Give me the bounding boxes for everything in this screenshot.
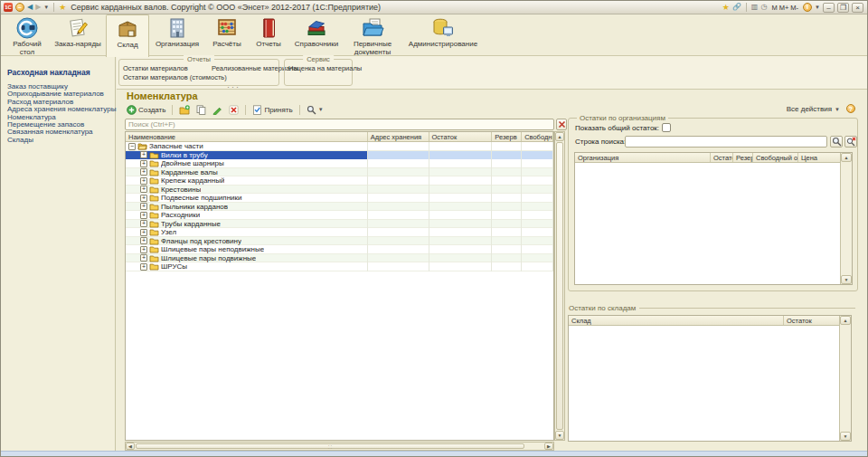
table-row-Запасные части[interactable]: −Запасные части [126, 142, 553, 151]
org-table-scrollbar[interactable]: ▲ ▼ [840, 153, 852, 284]
expand-icon[interactable]: + [140, 212, 147, 219]
org-search-button[interactable] [830, 136, 843, 148]
expand-icon[interactable]: + [140, 168, 147, 176]
expand-icon[interactable]: + [140, 177, 147, 185]
search-input[interactable] [125, 119, 554, 130]
column-header-Остаток[interactable]: Остаток [429, 132, 493, 141]
ribbon-tab-Организация[interactable]: Организация [149, 14, 205, 54]
column-header-Организация[interactable]: Организация [575, 153, 711, 162]
create-group-button[interactable] [177, 105, 192, 115]
expand-icon[interactable]: + [140, 254, 147, 262]
expand-icon[interactable]: + [140, 195, 147, 202]
copy-button[interactable] [194, 105, 208, 115]
vertical-scrollbar[interactable]: ▲ ▼ [554, 131, 565, 441]
history-dropdown-icon[interactable]: ▼ [43, 5, 49, 10]
memory-button-M+[interactable]: M+ [778, 4, 790, 12]
expand-icon[interactable]: + [140, 237, 147, 244]
expand-icon[interactable]: + [140, 203, 147, 210]
expand-icon[interactable]: + [140, 151, 147, 158]
minimize-button[interactable]: – [823, 3, 835, 13]
scroll-down-icon[interactable]: ▼ [555, 431, 564, 440]
column-header-Резерв[interactable]: Резерв [733, 153, 753, 162]
org-clear-search-button[interactable] [844, 136, 857, 148]
all-actions-button[interactable]: Все действия ▼ [787, 105, 840, 113]
chart-icon[interactable]: ▥ [751, 3, 759, 12]
column-header-Наименование[interactable]: Наименование [126, 132, 368, 141]
info-icon[interactable]: i [803, 3, 812, 12]
ribbon-tab-Заказ-наряды[interactable]: Заказ-наряды [50, 14, 106, 54]
delete-button[interactable] [227, 105, 241, 115]
table-row-Двойные шарниры[interactable]: +Двойные шарниры [126, 159, 553, 168]
back-icon[interactable]: ◀ [27, 3, 33, 12]
service-menu-caret-icon[interactable]: ▼ [815, 5, 820, 10]
table-row-Шлицевые пары неподвижные[interactable]: +Шлицевые пары неподвижные [126, 245, 553, 254]
table-row-ШРУСы[interactable]: +ШРУСы [126, 262, 553, 271]
table-row-Трубы карданные[interactable]: +Трубы карданные [126, 220, 553, 229]
forward-icon[interactable]: ▶ [35, 3, 41, 12]
close-button[interactable]: × [852, 3, 863, 13]
column-header-Свободный ос[interactable]: Свободный ос [522, 132, 553, 141]
scrollbar-thumb[interactable] [556, 142, 563, 430]
ribbon-tab-Администрирование[interactable]: Администрирование [401, 14, 486, 54]
scroll-down-icon[interactable]: ▼ [841, 275, 852, 284]
table-row-Узел[interactable]: +Узел [126, 228, 553, 237]
scrollbar-thumb[interactable]: ∷ [136, 443, 524, 449]
command-Остатки материалов (стоимость)[interactable]: Остатки материалов (стоимость) [123, 73, 227, 82]
help-icon[interactable]: ? [846, 104, 855, 113]
maximize-button[interactable]: ❐ [837, 3, 849, 13]
link-icon[interactable]: 🔗 [732, 3, 741, 12]
table-row-Крестовины[interactable]: +Крестовины [126, 186, 553, 195]
table-row-Подвесные подшипники[interactable]: +Подвесные подшипники [126, 194, 553, 203]
memory-button-M-[interactable]: M- [789, 4, 799, 12]
table-row-Вилки в трубу[interactable]: +Вилки в трубу [126, 151, 553, 160]
scroll-up-icon[interactable]: ▲ [841, 153, 852, 162]
expand-icon[interactable]: + [140, 246, 147, 253]
table-row-Карданные валы[interactable]: +Карданные валы [126, 168, 553, 177]
favorites-icon[interactable]: ★ [59, 3, 66, 12]
search-menu-button[interactable]: ▼ [305, 105, 326, 115]
accept-button[interactable]: Принять [250, 105, 294, 115]
clock-icon[interactable]: ◷ [760, 3, 767, 12]
collapse-icon[interactable]: − [128, 143, 136, 150]
ribbon-tab-Расчёты[interactable]: Расчёты [205, 14, 249, 54]
column-header-Адрес хранения[interactable]: Адрес хранения [368, 132, 429, 141]
ribbon-tab-Справочники[interactable]: Справочники [288, 14, 344, 54]
warehouse-table-scrollbar[interactable]: ▲ ▼ [839, 316, 851, 441]
table-row-Фланцы под крестовину[interactable]: +Фланцы под крестовину [126, 237, 553, 246]
table-row-Расходники[interactable]: +Расходники [126, 211, 553, 220]
horizontal-scrollbar[interactable]: ◀ ∷ ▶ [125, 442, 554, 451]
column-header-Остаток[interactable]: Остаток [711, 153, 733, 162]
expand-icon[interactable]: + [140, 229, 147, 236]
memory-button-M[interactable]: M [770, 4, 778, 12]
ribbon-tab-Склад[interactable]: Склад [106, 14, 149, 57]
create-button[interactable]: Создать [125, 105, 167, 115]
column-header-Склад[interactable]: Склад [569, 316, 784, 325]
table-row-Крепеж карданный[interactable]: +Крепеж карданный [126, 176, 553, 186]
command-Наценка на материалы[interactable]: Наценка на материалы [288, 64, 362, 73]
table-row-Шлицевые пары подвижные[interactable]: +Шлицевые пары подвижные [126, 254, 553, 263]
scroll-up-icon[interactable]: ▲ [840, 316, 851, 325]
ribbon-tab-Отчеты[interactable]: Отчеты [249, 14, 288, 54]
scroll-right-icon[interactable]: ▶ [544, 443, 553, 450]
favorites-star-icon[interactable]: ★ [722, 3, 730, 12]
main-menu-button[interactable]: – [15, 3, 24, 12]
clear-search-button[interactable] [556, 119, 567, 130]
expand-icon[interactable]: + [140, 186, 147, 193]
expand-icon[interactable]: + [140, 220, 147, 227]
ribbon-tab-Первичные документы[interactable]: Первичные документы [344, 14, 401, 54]
scroll-down-icon[interactable]: ▼ [840, 432, 851, 441]
column-header-Свободный оста...[interactable]: Свободный оста... [753, 153, 798, 162]
org-search-input[interactable] [625, 136, 827, 148]
scroll-up-icon[interactable]: ▲ [555, 132, 564, 141]
expand-icon[interactable]: + [140, 160, 147, 167]
edit-button[interactable] [211, 105, 224, 115]
ribbon-tab-Рабочий стол[interactable]: Рабочий стол [5, 14, 50, 54]
table-row-Пыльники карданов[interactable]: +Пыльники карданов [126, 203, 553, 212]
sidebar-item-Склады[interactable]: Склады [7, 137, 115, 144]
column-header-Цена[interactable]: Цена [798, 153, 842, 162]
show-total-checkbox[interactable] [662, 123, 671, 132]
scroll-left-icon[interactable]: ◀ [126, 443, 135, 450]
column-header-Резерв[interactable]: Резерв [492, 132, 522, 141]
expand-icon[interactable]: + [140, 263, 147, 271]
column-header-Остаток[interactable]: Остаток [784, 316, 841, 325]
